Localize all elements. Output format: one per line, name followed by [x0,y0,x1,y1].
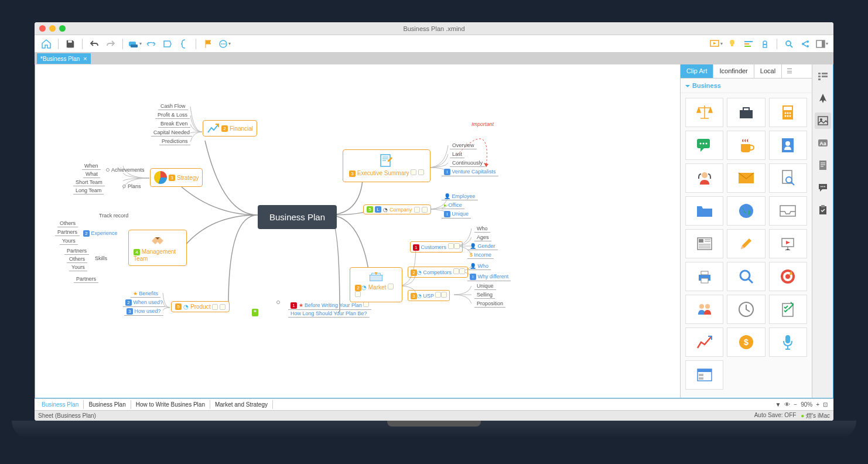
font-tab-icon[interactable]: Aa [815,135,831,151]
sub-item[interactable]: $ Income [467,251,494,259]
zoom-in-icon[interactable]: + [816,401,819,408]
clip-clock-icon[interactable] [727,295,765,324]
sub-item[interactable]: Skills [93,255,110,262]
sub-item[interactable]: 👤 Who [467,262,491,270]
relationship-label[interactable]: Important [471,121,494,127]
clip-magnify-icon[interactable] [727,262,765,291]
sub-item[interactable]: Others [67,255,87,263]
sub-item[interactable]: Partners [74,275,98,283]
market-node[interactable]: 2◔ Market [350,267,402,302]
sub-item[interactable]: Break Even [158,120,190,128]
sub-item[interactable]: Who [474,225,490,233]
sub-item[interactable]: Yours [60,237,78,245]
flag-marker-button[interactable] [201,37,215,51]
sub-item[interactable]: 2 Experience [81,230,120,237]
more-button[interactable]: ▾ [217,37,231,51]
close-window-icon[interactable] [39,25,46,32]
clipart-tab-icon[interactable] [815,112,831,129]
product-node[interactable]: 5 ◔ Product [171,301,230,312]
relationship-button[interactable] [144,37,158,51]
sub-item[interactable]: Track record [97,212,131,219]
sub-item[interactable]: Long Team [73,187,104,195]
sub-item[interactable]: Ages [474,234,491,241]
sub-item[interactable]: Continuously [450,159,485,167]
clip-folder-icon[interactable] [685,196,723,226]
root-node[interactable]: Business Plan [258,205,337,229]
sub-item[interactable]: Overview [450,142,477,149]
local-tab[interactable]: Local [754,64,782,78]
sub-item[interactable]: Last [450,151,464,158]
clip-globe-icon[interactable] [727,196,765,226]
sheet-tab[interactable]: Business Plan [84,400,131,409]
notes-tab-icon[interactable] [815,157,831,173]
sub-item[interactable]: Plans [120,183,143,190]
fit-icon[interactable]: ⊡ [823,401,828,408]
sub-item[interactable]: i Unique [442,210,471,219]
sheet-tab[interactable]: Business Plan [37,400,84,409]
strategy-node[interactable]: 3 Strategy [150,168,203,187]
clip-printer-icon[interactable] [685,262,723,291]
panel-section-business[interactable]: Business [681,79,812,93]
outline-tab-icon[interactable] [815,68,831,84]
sub-item[interactable]: Partners [64,247,89,255]
sheet-tab[interactable]: Market and Strategy [210,400,273,409]
sub-item[interactable]: 👤 Gender [467,243,498,250]
minimize-window-icon[interactable] [49,25,56,32]
clip-calculator-icon[interactable] [769,98,807,127]
clip-search-doc-icon[interactable] [769,163,807,193]
zoom-out-icon[interactable]: − [794,401,797,408]
clip-target-icon[interactable] [769,262,807,291]
sub-item[interactable]: 👤 Employee [442,193,478,200]
sub-item[interactable]: Predictions [159,138,190,145]
task-tab-icon[interactable] [815,202,831,218]
clip-presentation-icon[interactable] [769,229,807,258]
sub-item[interactable]: Yours [69,264,87,271]
format-panel-button[interactable]: ▾ [815,37,829,51]
competitors-node[interactable]: 2◔ Competitors [408,267,468,278]
sub-item[interactable]: Capital Needed [151,129,192,137]
close-tab-icon[interactable]: × [83,55,87,62]
sub-item[interactable]: 3 How used? [124,308,163,316]
clip-mic-icon[interactable] [769,327,807,357]
clip-support-icon[interactable] [685,163,723,193]
sub-item[interactable]: Others [57,220,78,227]
clip-coffee-icon[interactable] [727,131,765,160]
clip-chart-icon[interactable] [685,327,723,357]
financial-node[interactable]: 2 Financial [203,120,257,137]
management-node[interactable]: 4 Management Team [128,230,187,266]
clip-pencil-icon[interactable] [727,229,765,258]
clip-browser-icon[interactable] [685,360,723,390]
gantt-button[interactable] [741,37,756,51]
sub-item[interactable]: What [83,170,100,178]
clip-art-tab[interactable]: Clip Art [681,64,713,78]
clip-briefcase-icon[interactable] [727,98,765,127]
customers-node[interactable]: 1 Customers [410,241,463,253]
mindmap-canvas[interactable]: Business Plan 2 Financial Cash Flow Prof… [35,64,680,398]
company-node[interactable]: 5L◔ Company [363,204,431,214]
sub-item[interactable]: ▸ Office [442,202,464,209]
executive-summary-node[interactable]: 3 Executive Summary [343,149,430,182]
sub-item[interactable]: i Venture Capitalists [442,168,498,176]
clip-inbox-icon[interactable] [769,196,807,226]
clip-scales-icon[interactable] [685,98,723,127]
sheet-tab[interactable]: How to Write Busines Plan [131,400,210,409]
search-button[interactable] [782,37,796,51]
clip-news-icon[interactable] [685,229,723,258]
sub-item[interactable]: How Long Should Your Plan Be? [288,310,370,318]
clip-chat-icon[interactable] [685,131,723,160]
drill-down-button[interactable] [758,37,772,51]
panel-menu-icon[interactable]: ☰ [782,64,797,78]
clip-contact-icon[interactable] [769,131,807,160]
sub-item[interactable]: Proposition [474,300,505,308]
presentation-button[interactable]: ▾ [709,37,723,51]
share-button[interactable] [798,37,812,51]
maximize-window-icon[interactable] [59,25,66,32]
clip-people-icon[interactable] [685,295,723,324]
clip-checklist-icon[interactable] [769,295,807,324]
sub-item[interactable]: Partners [55,228,80,236]
sub-item[interactable]: 2 When used? [123,299,165,307]
sub-item[interactable]: Short Team [73,179,105,186]
collapse-icon[interactable] [276,301,280,304]
sub-item[interactable]: i Why different [467,273,511,281]
comments-tab-icon[interactable] [815,179,831,196]
